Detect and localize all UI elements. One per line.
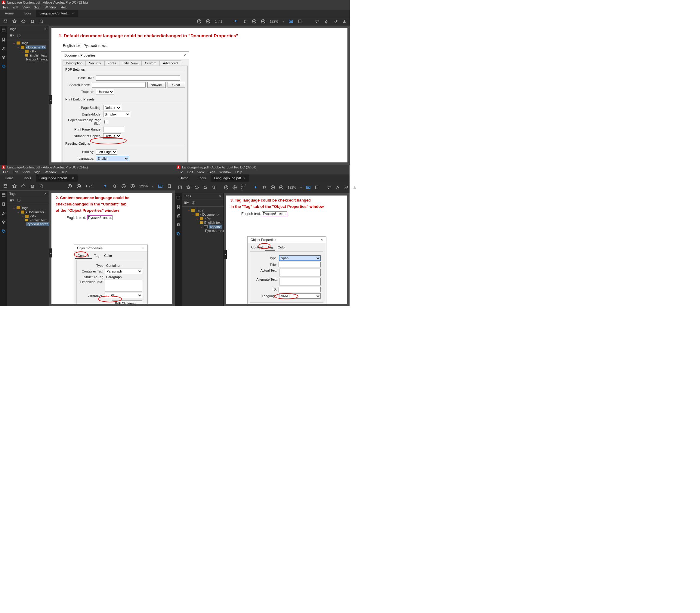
menu-edit[interactable]: Edit bbox=[11, 170, 20, 174]
copies-select[interactable]: Default bbox=[103, 133, 121, 139]
page-scaling-select[interactable]: Default bbox=[103, 105, 121, 110]
menu-sign[interactable]: Sign bbox=[32, 170, 42, 174]
menu-help[interactable]: Help bbox=[59, 170, 69, 174]
stamp-icon[interactable] bbox=[352, 185, 357, 190]
language-select[interactable]: ru-RU bbox=[105, 293, 142, 298]
bookmarks-icon[interactable] bbox=[1, 37, 6, 42]
page-up-icon[interactable] bbox=[197, 19, 202, 24]
close-panel-icon[interactable]: × bbox=[44, 192, 46, 196]
tab-description[interactable]: Description bbox=[63, 61, 86, 66]
document-tab[interactable]: Language-Content... × bbox=[36, 10, 78, 17]
save-icon[interactable] bbox=[3, 184, 8, 188]
fit-page-icon[interactable] bbox=[298, 19, 302, 24]
star-icon[interactable] bbox=[186, 185, 191, 190]
close-icon[interactable]: × bbox=[183, 53, 186, 57]
title-input[interactable] bbox=[278, 262, 321, 268]
zoom-level[interactable]: 122% bbox=[270, 19, 278, 23]
tab-content[interactable]: Content bbox=[249, 245, 265, 250]
tags-nav-icon[interactable] bbox=[1, 229, 6, 234]
close-tab-icon[interactable]: × bbox=[243, 176, 245, 180]
options-icon[interactable]: ▣▾ bbox=[184, 200, 189, 205]
edit-dictionary-button[interactable]: Edit Dictionary... bbox=[112, 300, 142, 304]
binding-select[interactable]: Left Edge bbox=[96, 149, 117, 155]
save-icon[interactable] bbox=[178, 185, 182, 190]
thumbnails-icon[interactable] bbox=[1, 28, 6, 33]
star-icon[interactable] bbox=[12, 19, 17, 24]
tab-color[interactable]: Color bbox=[275, 245, 288, 250]
fit-width-icon[interactable] bbox=[306, 185, 310, 190]
thumbnails-icon[interactable] bbox=[1, 193, 6, 198]
page-up-icon[interactable] bbox=[224, 185, 228, 190]
close-icon[interactable]: × bbox=[321, 238, 323, 242]
zoom-in-icon[interactable] bbox=[130, 184, 135, 188]
container-tag-select[interactable]: Paragraph bbox=[105, 269, 142, 274]
type-select[interactable]: Span bbox=[279, 256, 321, 261]
close-icon[interactable]: ▭ bbox=[141, 246, 144, 250]
tags-nav-icon[interactable] bbox=[1, 64, 6, 69]
document-tab[interactable]: Language-Tag.pdf× bbox=[210, 174, 249, 182]
tree-selected-node[interactable]: Русский текст. bbox=[26, 222, 49, 226]
zoom-level[interactable]: 122% bbox=[139, 184, 148, 188]
sign-icon[interactable] bbox=[333, 19, 338, 24]
highlight-icon[interactable] bbox=[324, 19, 329, 24]
trapped-select[interactable]: Unknown bbox=[96, 89, 114, 94]
close-panel-icon[interactable]: × bbox=[219, 194, 221, 198]
menu-view[interactable]: View bbox=[21, 5, 31, 10]
bookmarks-icon[interactable] bbox=[1, 202, 6, 207]
tags-nav-icon[interactable] bbox=[176, 232, 181, 236]
document-area[interactable]: ◂ 1. Default document language could be … bbox=[49, 26, 350, 165]
star-icon[interactable] bbox=[12, 184, 17, 188]
tags-tree[interactable]: ⌄Tags ⌄<Document> ⌄<P> English text. ⌄<S… bbox=[182, 207, 223, 234]
search-index-input[interactable] bbox=[92, 82, 146, 88]
menu-window[interactable]: Window bbox=[43, 170, 58, 174]
menu-help[interactable]: Help bbox=[234, 170, 244, 174]
zoom-out-icon[interactable] bbox=[252, 19, 257, 24]
attachments-icon[interactable] bbox=[176, 213, 181, 218]
comment-icon[interactable] bbox=[315, 19, 320, 24]
tab-tag[interactable]: Tag bbox=[265, 245, 275, 250]
layers-icon[interactable] bbox=[176, 223, 181, 227]
fit-page-icon[interactable] bbox=[315, 185, 319, 190]
menu-file[interactable]: File bbox=[1, 5, 10, 10]
search-icon[interactable] bbox=[211, 185, 216, 190]
tab-fonts[interactable]: Fonts bbox=[104, 61, 119, 66]
select-tool-icon[interactable] bbox=[103, 184, 108, 188]
sign-icon[interactable] bbox=[344, 185, 348, 190]
tags-tree[interactable]: ⌄Tags ⌄<Document> ⌄<P> English text. Рус… bbox=[7, 39, 49, 63]
page-up-icon[interactable] bbox=[67, 184, 72, 188]
id-input[interactable] bbox=[278, 287, 321, 292]
cloud-icon[interactable] bbox=[21, 19, 26, 24]
fit-page-icon[interactable] bbox=[167, 184, 172, 188]
search-icon[interactable] bbox=[39, 184, 44, 188]
tab-security[interactable]: Security bbox=[86, 61, 104, 66]
comment-icon[interactable] bbox=[327, 185, 332, 190]
tab-color[interactable]: Color bbox=[102, 253, 114, 259]
page-down-icon[interactable] bbox=[206, 19, 210, 24]
cloud-icon[interactable] bbox=[21, 184, 26, 188]
info-icon[interactable]: ⓘ bbox=[192, 200, 195, 205]
options-icon[interactable]: ▣▾ bbox=[9, 34, 14, 38]
page-down-icon[interactable] bbox=[233, 185, 237, 190]
actual-text-input[interactable] bbox=[279, 269, 321, 276]
zoom-out-icon[interactable] bbox=[121, 184, 126, 188]
home-tab[interactable]: Home bbox=[0, 174, 18, 182]
paper-source-checkbox[interactable] bbox=[104, 120, 108, 124]
menu-edit[interactable]: Edit bbox=[185, 170, 195, 174]
clear-button[interactable]: Clear bbox=[168, 82, 185, 88]
print-icon[interactable] bbox=[30, 184, 35, 188]
cloud-icon[interactable] bbox=[195, 185, 199, 190]
zoom-in-icon[interactable] bbox=[261, 19, 265, 24]
hand-tool-icon[interactable] bbox=[262, 185, 267, 190]
close-tab-icon[interactable]: × bbox=[72, 11, 74, 15]
tab-custom[interactable]: Custom bbox=[142, 61, 160, 66]
menu-file[interactable]: File bbox=[1, 170, 10, 174]
menu-window[interactable]: Window bbox=[43, 5, 58, 10]
attachments-icon[interactable] bbox=[1, 46, 6, 51]
base-url-input[interactable] bbox=[96, 75, 180, 81]
bookmarks-icon[interactable] bbox=[176, 205, 181, 209]
select-tool-icon[interactable] bbox=[234, 19, 238, 24]
home-tab[interactable]: Home bbox=[0, 10, 18, 17]
browse-button[interactable]: Browse... bbox=[147, 82, 166, 88]
collapse-arrow-icon[interactable]: ◂ bbox=[49, 248, 52, 258]
document-tab[interactable]: Language-Content...× bbox=[36, 174, 78, 182]
